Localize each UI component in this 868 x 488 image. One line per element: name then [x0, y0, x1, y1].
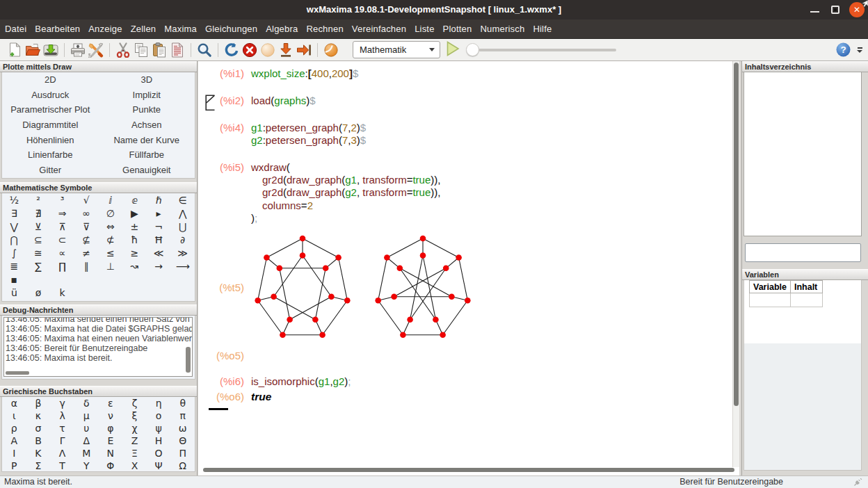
greek-button[interactable]: λ: [50, 409, 74, 422]
symbol-button[interactable]: ⊄: [99, 233, 123, 246]
menu-numerisch[interactable]: Numerisch: [476, 19, 529, 38]
symbol-button[interactable]: ⊻: [26, 220, 51, 233]
help-icon[interactable]: ?: [836, 42, 851, 57]
new-document-icon[interactable]: [7, 42, 22, 58]
minimize-button[interactable]: [810, 11, 819, 13]
symbol-button[interactable]: ∫: [2, 246, 26, 259]
symbol-button[interactable]: ½: [2, 193, 26, 206]
greek-button[interactable]: Θ: [170, 434, 195, 447]
symbol-button[interactable]: ∈: [170, 193, 195, 206]
symbol-button[interactable]: ▸: [147, 206, 171, 220]
greek-button[interactable]: ψ: [147, 422, 171, 434]
greek-button[interactable]: Τ: [50, 459, 74, 472]
symbol-button[interactable]: ∅: [99, 206, 123, 220]
greek-button[interactable]: Ω: [170, 459, 195, 472]
print-icon[interactable]: [70, 42, 86, 58]
cut-icon[interactable]: [115, 42, 131, 58]
symbol-button[interactable]: Ħ: [147, 233, 171, 246]
interrupt-icon[interactable]: [242, 42, 257, 58]
menu-zellen[interactable]: Zellen: [127, 19, 161, 38]
variables-cell-name[interactable]: [750, 293, 791, 307]
greek-button[interactable]: Μ: [74, 447, 99, 459]
symbol-button[interactable]: ⅇ: [122, 193, 147, 206]
code-i2[interactable]: load(graphs)$: [251, 95, 316, 107]
paste-icon[interactable]: [152, 42, 167, 58]
greek-button[interactable]: Ε: [99, 434, 123, 447]
greek-button[interactable]: γ: [50, 397, 74, 409]
greek-button[interactable]: α: [2, 397, 26, 409]
maximize-button[interactable]: [831, 6, 839, 14]
greek-button[interactable]: Ρ: [2, 459, 26, 472]
symbol-button[interactable]: ⊈: [74, 233, 99, 246]
menu-datei[interactable]: Datei: [1, 19, 31, 38]
draw-button-h-henlinien[interactable]: Höhenlinien: [2, 132, 99, 147]
toc-tree[interactable]: [744, 72, 862, 236]
draw-button-ausdruck[interactable]: Ausdruck: [2, 88, 99, 103]
greek-button[interactable]: θ: [170, 397, 195, 409]
play-icon[interactable]: [444, 40, 461, 60]
symbol-button[interactable]: ≪: [147, 246, 171, 259]
symbol-button[interactable]: ⋁: [2, 220, 26, 233]
symbol-button[interactable]: k: [50, 286, 74, 299]
greek-button[interactable]: Ζ: [122, 434, 147, 447]
draw-button-diagrammtitel[interactable]: Diagrammtitel: [2, 117, 99, 133]
greek-button[interactable]: σ: [26, 422, 51, 434]
select-all-icon[interactable]: [170, 42, 185, 58]
worksheet[interactable]: (%i1)wxplot_size:[400,200]$(%i2)load(gra…: [198, 61, 739, 475]
greek-button[interactable]: Π: [170, 447, 195, 459]
greek-button[interactable]: ε: [99, 397, 123, 409]
symbol-button[interactable]: ⋀: [170, 206, 195, 220]
symbol-button[interactable]: ℏ: [147, 193, 171, 206]
greek-button[interactable]: Υ: [74, 459, 99, 472]
draw-button-3d[interactable]: 3D: [99, 72, 195, 88]
code-i6[interactable]: is_isomorphic(g1,g2);: [251, 375, 351, 388]
draw-button-genauigkeit[interactable]: Genauigkeit: [99, 163, 195, 178]
symbol-button[interactable]: ⅈ: [99, 193, 123, 206]
save-document-icon[interactable]: [43, 42, 58, 58]
symbol-button[interactable]: ⊆: [26, 233, 51, 246]
greek-button[interactable]: Ο: [147, 447, 171, 459]
follow-icon[interactable]: [260, 42, 275, 58]
greek-button[interactable]: ο: [147, 409, 171, 422]
greek-button[interactable]: Ψ: [147, 459, 171, 472]
symbol-button[interactable]: ħ: [122, 233, 147, 246]
menu-gleichungen[interactable]: Gleichungen: [201, 19, 262, 38]
configure-icon[interactable]: [88, 42, 104, 58]
greek-button[interactable]: Σ: [26, 459, 51, 472]
code-i5[interactable]: wxdraw(gr2d(draw_graph(g1, transform=tru…: [251, 161, 440, 225]
symbol-button[interactable]: ≣: [2, 259, 26, 273]
greek-button[interactable]: τ: [50, 422, 74, 434]
symbol-button[interactable]: ⊥: [99, 259, 123, 273]
symbol-button[interactable]: ▶: [122, 206, 147, 220]
symbol-button[interactable]: ∥: [74, 259, 99, 273]
greek-button[interactable]: π: [170, 409, 195, 422]
greek-button[interactable]: ρ: [2, 422, 26, 434]
draw-button-name-der-kurve[interactable]: Name der Kurve: [99, 132, 195, 147]
draw-button-f-llfarbe[interactable]: Füllfarbe: [99, 147, 195, 163]
greek-button[interactable]: η: [147, 397, 171, 409]
greek-button[interactable]: ν: [99, 409, 123, 422]
symbol-button[interactable]: ∞: [74, 206, 99, 220]
symbol-button[interactable]: ∑: [26, 259, 51, 273]
toc-filter-input[interactable]: [745, 243, 861, 262]
symbol-button[interactable]: ±: [122, 220, 147, 233]
symbol-button[interactable]: √: [74, 193, 99, 206]
symbol-button[interactable]: ∄: [26, 206, 51, 220]
worksheet-vertical-scrollbar[interactable]: [732, 61, 739, 467]
draw-button-linienfarbe[interactable]: Linienfarbe: [2, 147, 99, 163]
hide-code-icon[interactable]: [323, 42, 339, 58]
symbol-button[interactable]: ≤: [99, 246, 123, 259]
menu-rechnen[interactable]: Rechnen: [302, 19, 347, 38]
greek-button[interactable]: ξ: [122, 409, 147, 422]
greek-button[interactable]: μ: [74, 409, 99, 422]
symbol-button[interactable]: ²: [26, 193, 51, 206]
symbol-button[interactable]: ⇔: [99, 220, 123, 233]
symbol-button[interactable]: ∂: [170, 233, 195, 246]
symbol-button[interactable]: ∝: [50, 246, 74, 259]
draw-button-parametrischer-plot[interactable]: Parametrischer Plot: [2, 102, 99, 117]
symbol-button[interactable]: ¬: [147, 220, 171, 233]
evaluate-till-here-icon[interactable]: [278, 42, 294, 58]
symbol-button[interactable]: ⊂: [50, 233, 74, 246]
toolbar-overflow-icon[interactable]: [855, 47, 865, 53]
draw-button-achsen[interactable]: Achsen: [99, 117, 195, 133]
